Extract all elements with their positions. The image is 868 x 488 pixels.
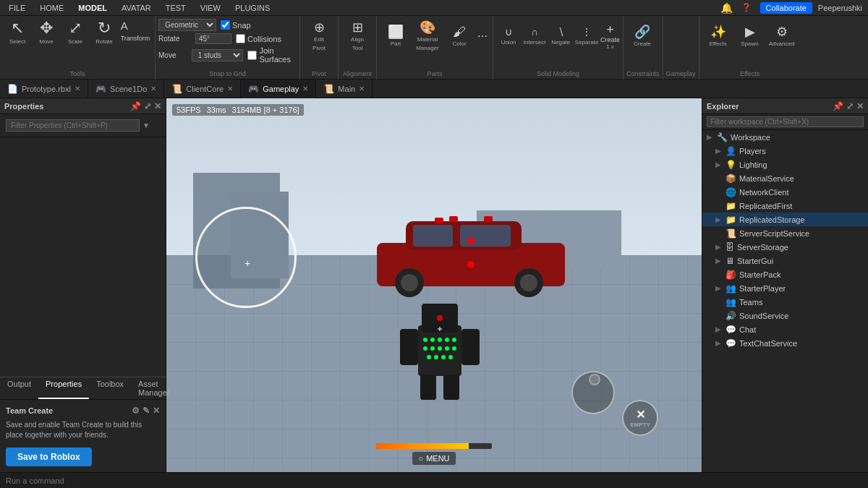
parts-buttons: ⬜ Part 🎨 Material Manager 🖌 Color ⋯ bbox=[380, 16, 490, 70]
explorer-icon-7: 📜 bbox=[726, 228, 736, 239]
explorer-item-replicatedstorage[interactable]: ▶ 📁 ReplicatedStorage bbox=[702, 213, 868, 226]
tab-gameplay-close[interactable]: ✕ bbox=[302, 85, 308, 93]
explorer-item-startergui[interactable]: ▶ 🖥 StarterGui bbox=[702, 254, 868, 267]
gamepad-x-button[interactable]: ✕ EMPTY bbox=[622, 400, 658, 436]
create-button[interactable]: + Create 1 x bbox=[600, 16, 620, 56]
advanced-button[interactable]: ⚙ Advanced bbox=[766, 16, 798, 56]
viewport-scene: + 53FPS 33ms 3184MB [8 + 3176] ✕ EMPTY bbox=[166, 98, 702, 472]
explorer-item-teams[interactable]: 👥 Teams bbox=[702, 295, 868, 309]
explorer-expand-icon[interactable]: ⤢ bbox=[846, 101, 854, 111]
tab-gameplay[interactable]: 🎮 Gameplay ✕ bbox=[241, 80, 316, 98]
tab-main-close[interactable]: ✕ bbox=[359, 85, 365, 93]
tab-prototype[interactable]: 📄 Prototype.rbxl ✕ bbox=[0, 80, 88, 98]
edit-pivot-button[interactable]: ⊕ Edit Pivot bbox=[303, 16, 335, 56]
explorer-item-serverscriptservice[interactable]: 📜 ServerScriptService bbox=[702, 226, 868, 240]
viewport[interactable]: + 53FPS 33ms 3184MB [8 + 3176] ✕ EMPTY bbox=[166, 98, 702, 472]
spawn-button[interactable]: ▶ Spawn bbox=[734, 16, 766, 56]
team-create-config-icon[interactable]: ⚙ bbox=[132, 406, 140, 416]
explorer-close-icon[interactable]: ✕ bbox=[856, 101, 864, 111]
explorer-item-soundservice[interactable]: 🔊 SoundService bbox=[702, 309, 868, 322]
properties-pin-icon[interactable]: 📌 bbox=[130, 101, 141, 111]
explorer-item-materialservice[interactable]: 📦 MaterialService bbox=[702, 171, 868, 185]
bottom-tab-asset-manager[interactable]: Asset Manager bbox=[131, 377, 176, 399]
explorer-item-chat[interactable]: ▶ 💬 Chat bbox=[702, 322, 868, 336]
police-car bbox=[370, 203, 572, 297]
tab-scene1do[interactable]: 🎮 Scene1Do ✕ bbox=[88, 80, 164, 98]
explorer-pin-icon[interactable]: 📌 bbox=[833, 101, 843, 111]
explorer-item-starterplayer[interactable]: ▶ 👥 StarterPlayer bbox=[702, 281, 868, 295]
menu-item-home[interactable]: HOME bbox=[37, 2, 67, 14]
constraints-create-button[interactable]: 🔗 Create bbox=[626, 16, 658, 56]
create-label: Create bbox=[600, 36, 620, 43]
explorer-icon-8: 🗄 bbox=[726, 242, 734, 252]
properties-expand-icon[interactable]: ⤢ bbox=[144, 101, 151, 111]
gamepad-circle[interactable] bbox=[571, 371, 615, 414]
explorer-item-workspace[interactable]: ▶ 🔧 Workspace bbox=[702, 130, 868, 144]
explorer-item-lighting[interactable]: ▶ 💡 Lighting bbox=[702, 158, 868, 171]
command-input[interactable] bbox=[6, 476, 862, 485]
bottom-tab-output[interactable]: Output bbox=[0, 377, 38, 399]
parts-more-button[interactable]: ⋯ bbox=[475, 16, 490, 56]
join-surfaces-checkbox[interactable] bbox=[247, 51, 257, 60]
collisions-checkbox[interactable] bbox=[236, 34, 245, 43]
explorer-icon-3: 📦 bbox=[726, 174, 736, 184]
select-tool-button[interactable]: ↖ Select bbox=[3, 16, 32, 56]
color-button[interactable]: 🖌 Color bbox=[443, 16, 475, 56]
properties-close-icon[interactable]: ✕ bbox=[154, 101, 161, 111]
menu-item-file[interactable]: FILE bbox=[6, 2, 28, 14]
menu-overlay-button[interactable]: ○ MENU bbox=[412, 452, 455, 465]
bell-icon[interactable]: 🔔 bbox=[720, 2, 733, 14]
tab-clientcore[interactable]: 📜 ClientCore ✕ bbox=[164, 80, 241, 98]
explorer-item-starterpack[interactable]: 🎒 StarterPack bbox=[702, 267, 868, 281]
effects-button[interactable]: ✨ Effects bbox=[702, 16, 734, 56]
union-button[interactable]: ∪ Union bbox=[496, 16, 521, 56]
tab-scene1do-close[interactable]: ✕ bbox=[150, 85, 156, 93]
intersect-button[interactable]: ∩ Intersect bbox=[521, 16, 548, 56]
menu-item-avatar[interactable]: AVATAR bbox=[119, 2, 154, 14]
geometric-dropdown[interactable]: Geometric bbox=[158, 19, 216, 31]
explorer-icon-6: 📁 bbox=[726, 215, 736, 225]
tab-clientcore-close[interactable]: ✕ bbox=[227, 85, 233, 93]
explorer-item-textchatservice[interactable]: ▶ 💬 TextChatService bbox=[702, 336, 868, 350]
menu-item-test[interactable]: TEST bbox=[163, 2, 189, 14]
material-manager-button[interactable]: 🎨 Material Manager bbox=[412, 16, 443, 56]
rotate-value-input[interactable] bbox=[195, 33, 231, 44]
align-tool-button[interactable]: ⊞ Align Tool bbox=[341, 16, 373, 56]
tab-main[interactable]: 📜 Main ✕ bbox=[316, 80, 373, 98]
snap-checkbox[interactable] bbox=[221, 20, 230, 30]
move-tool-button[interactable]: ✥ Move bbox=[32, 16, 61, 56]
explorer-item-serverstorage[interactable]: ▶ 🗄 ServerStorage bbox=[702, 240, 868, 254]
tab-bar: 📄 Prototype.rbxl ✕ 🎮 Scene1Do ✕ 📜 Client… bbox=[0, 80, 868, 98]
explorer-item-players[interactable]: ▶ 👤 Players bbox=[702, 144, 868, 158]
team-create-description: Save and enable Team Create to build thi… bbox=[6, 420, 160, 440]
scale-tool-button[interactable]: ⤢ Scale bbox=[61, 16, 90, 56]
transform-tool-button[interactable]: ATransform bbox=[119, 16, 152, 56]
properties-filter-input[interactable] bbox=[6, 119, 140, 132]
select-icon: ↖ bbox=[11, 20, 24, 36]
move-value-dropdown[interactable]: 1 studs bbox=[192, 49, 244, 61]
separate-button[interactable]: ⋮ Separate bbox=[573, 16, 600, 56]
rotate-tool-button[interactable]: ↻ Rotate bbox=[90, 16, 119, 56]
explorer-label-4: NetworkClient bbox=[739, 188, 788, 197]
tab-prototype-close[interactable]: ✕ bbox=[75, 85, 80, 93]
tab-prototype-label: Prototype.rbxl bbox=[22, 85, 71, 93]
properties-filter-arrow[interactable]: ▼ bbox=[142, 121, 150, 129]
part-button[interactable]: ⬜ Part bbox=[380, 16, 412, 56]
explorer-filter-input[interactable] bbox=[707, 116, 864, 127]
explorer-item-networkclient[interactable]: 🌐 NetworkClient bbox=[702, 185, 868, 199]
collaborate-button[interactable]: Collaborate bbox=[760, 2, 812, 14]
menu-item-plugins[interactable]: PLUGINS bbox=[232, 2, 273, 14]
bottom-tab-toolbox[interactable]: Toolbox bbox=[89, 377, 131, 399]
menu-item-model[interactable]: MODEL bbox=[75, 2, 110, 14]
menu-bar: FILE HOME MODEL AVATAR TEST VIEW PLUGINS… bbox=[0, 0, 868, 16]
negate-button[interactable]: ∖ Negate bbox=[548, 16, 573, 56]
alignment-label: Alignment bbox=[341, 70, 373, 80]
team-create-close-icon[interactable]: ✕ bbox=[153, 406, 160, 416]
bottom-tab-properties[interactable]: Properties bbox=[38, 377, 89, 399]
team-create-edit-icon[interactable]: ✎ bbox=[142, 406, 150, 416]
x-label: ✕ EMPTY bbox=[630, 408, 650, 428]
help-icon[interactable]: ❓ bbox=[739, 1, 754, 14]
explorer-item-replicatedfirst[interactable]: 📁 ReplicatedFirst bbox=[702, 199, 868, 213]
menu-item-view[interactable]: VIEW bbox=[197, 2, 224, 14]
save-to-roblox-button[interactable]: Save to Roblox bbox=[6, 448, 92, 466]
